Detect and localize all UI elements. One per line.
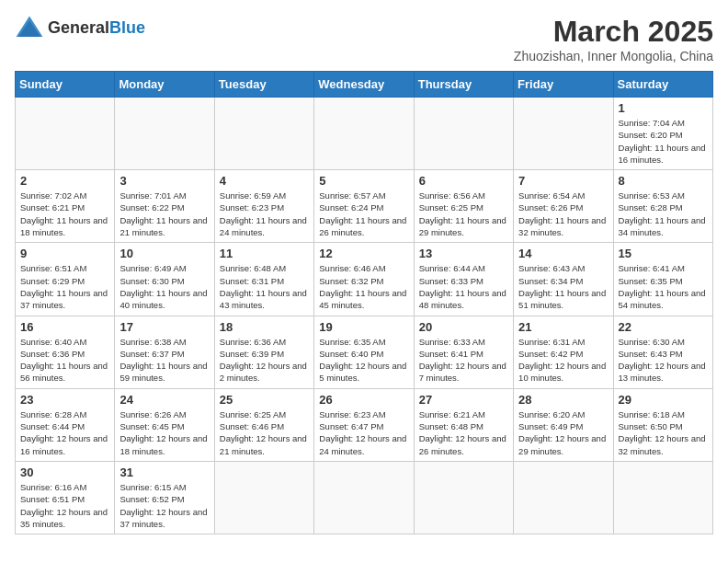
day-info: Sunrise: 7:02 AM Sunset: 6:21 PM Dayligh… <box>20 190 109 238</box>
calendar-week-6: 30Sunrise: 6:16 AM Sunset: 6:51 PM Dayli… <box>16 461 713 534</box>
calendar-cell: 28Sunrise: 6:20 AM Sunset: 6:49 PM Dayli… <box>514 388 613 461</box>
calendar-cell: 3Sunrise: 7:01 AM Sunset: 6:22 PM Daylig… <box>115 170 214 243</box>
day-info: Sunrise: 6:38 AM Sunset: 6:37 PM Dayligh… <box>119 336 209 385</box>
weekday-header-wednesday: Wednesday <box>314 72 414 98</box>
day-number: 23 <box>20 393 109 407</box>
title-area: March 2025 Zhuozishan, Inner Mongolia, C… <box>514 15 713 63</box>
calendar-cell <box>414 98 513 170</box>
calendar-title: March 2025 <box>514 15 713 49</box>
day-number: 13 <box>419 247 508 260</box>
calendar-week-5: 23Sunrise: 6:28 AM Sunset: 6:44 PM Dayli… <box>16 388 713 461</box>
calendar-cell: 16Sunrise: 6:40 AM Sunset: 6:36 PM Dayli… <box>16 316 115 388</box>
day-number: 8 <box>619 174 708 188</box>
day-info: Sunrise: 6:40 AM Sunset: 6:36 PM Dayligh… <box>20 336 109 385</box>
calendar-cell: 7Sunrise: 6:54 AM Sunset: 6:26 PM Daylig… <box>514 170 613 243</box>
calendar-cell <box>414 461 513 534</box>
day-info: Sunrise: 6:57 AM Sunset: 6:24 PM Dayligh… <box>319 190 408 238</box>
calendar-subtitle: Zhuozishan, Inner Mongolia, China <box>514 49 713 63</box>
calendar-cell: 10Sunrise: 6:49 AM Sunset: 6:30 PM Dayli… <box>115 243 214 316</box>
calendar-week-4: 16Sunrise: 6:40 AM Sunset: 6:36 PM Dayli… <box>16 316 713 388</box>
day-info: Sunrise: 6:28 AM Sunset: 6:44 PM Dayligh… <box>20 408 109 457</box>
day-number: 11 <box>220 247 309 260</box>
weekday-header-sunday: Sunday <box>16 72 115 98</box>
day-info: Sunrise: 6:23 AM Sunset: 6:47 PM Dayligh… <box>319 408 408 457</box>
calendar-table: SundayMondayTuesdayWednesdayThursdayFrid… <box>15 71 713 534</box>
calendar-week-1: 1Sunrise: 7:04 AM Sunset: 6:20 PM Daylig… <box>16 98 713 170</box>
logo: GeneralBlue <box>15 15 145 40</box>
day-number: 20 <box>419 320 508 334</box>
day-number: 7 <box>518 174 608 188</box>
day-info: Sunrise: 6:18 AM Sunset: 6:50 PM Dayligh… <box>619 408 708 457</box>
day-info: Sunrise: 6:16 AM Sunset: 6:51 PM Dayligh… <box>20 481 109 530</box>
calendar-body: 1Sunrise: 7:04 AM Sunset: 6:20 PM Daylig… <box>16 98 713 534</box>
calendar-cell: 25Sunrise: 6:25 AM Sunset: 6:46 PM Dayli… <box>214 388 313 461</box>
calendar-cell <box>115 98 214 170</box>
calendar-cell: 18Sunrise: 6:36 AM Sunset: 6:39 PM Dayli… <box>214 316 313 388</box>
day-info: Sunrise: 6:25 AM Sunset: 6:46 PM Dayligh… <box>220 408 309 457</box>
calendar-cell: 21Sunrise: 6:31 AM Sunset: 6:42 PM Dayli… <box>514 316 613 388</box>
calendar-cell: 9Sunrise: 6:51 AM Sunset: 6:29 PM Daylig… <box>16 243 115 316</box>
weekday-row: SundayMondayTuesdayWednesdayThursdayFrid… <box>16 72 713 98</box>
calendar-cell: 1Sunrise: 7:04 AM Sunset: 6:20 PM Daylig… <box>613 98 712 170</box>
weekday-header-tuesday: Tuesday <box>214 72 313 98</box>
day-number: 29 <box>619 393 708 407</box>
calendar-cell <box>314 98 414 170</box>
calendar-cell: 5Sunrise: 6:57 AM Sunset: 6:24 PM Daylig… <box>314 170 414 243</box>
day-number: 28 <box>518 393 608 407</box>
weekday-header-saturday: Saturday <box>613 72 712 98</box>
day-info: Sunrise: 6:46 AM Sunset: 6:32 PM Dayligh… <box>319 262 408 311</box>
calendar-cell: 29Sunrise: 6:18 AM Sunset: 6:50 PM Dayli… <box>613 388 712 461</box>
logo-label: GeneralBlue <box>48 18 145 38</box>
calendar-cell: 26Sunrise: 6:23 AM Sunset: 6:47 PM Dayli… <box>314 388 414 461</box>
day-number: 25 <box>220 393 309 407</box>
calendar-cell: 13Sunrise: 6:44 AM Sunset: 6:33 PM Dayli… <box>414 243 513 316</box>
calendar-cell: 27Sunrise: 6:21 AM Sunset: 6:48 PM Dayli… <box>414 388 513 461</box>
day-info: Sunrise: 7:01 AM Sunset: 6:22 PM Dayligh… <box>119 190 209 238</box>
calendar-cell: 8Sunrise: 6:53 AM Sunset: 6:28 PM Daylig… <box>613 170 712 243</box>
day-number: 12 <box>319 247 408 260</box>
day-number: 2 <box>20 174 109 188</box>
day-number: 14 <box>518 247 608 260</box>
calendar-cell: 24Sunrise: 6:26 AM Sunset: 6:45 PM Dayli… <box>115 388 214 461</box>
calendar-cell: 2Sunrise: 7:02 AM Sunset: 6:21 PM Daylig… <box>16 170 115 243</box>
day-number: 31 <box>119 465 209 479</box>
calendar-week-2: 2Sunrise: 7:02 AM Sunset: 6:21 PM Daylig… <box>16 170 713 243</box>
calendar-header: SundayMondayTuesdayWednesdayThursdayFrid… <box>16 72 713 98</box>
day-number: 15 <box>619 247 708 260</box>
calendar-cell: 6Sunrise: 6:56 AM Sunset: 6:25 PM Daylig… <box>414 170 513 243</box>
calendar-cell: 31Sunrise: 6:15 AM Sunset: 6:52 PM Dayli… <box>115 461 214 534</box>
day-number: 27 <box>419 393 508 407</box>
day-number: 26 <box>319 393 408 407</box>
day-info: Sunrise: 6:43 AM Sunset: 6:34 PM Dayligh… <box>518 262 608 311</box>
logo-svg <box>15 15 44 40</box>
day-number: 4 <box>220 174 309 188</box>
day-number: 6 <box>419 174 508 188</box>
day-number: 3 <box>119 174 209 188</box>
day-info: Sunrise: 6:15 AM Sunset: 6:52 PM Dayligh… <box>119 481 209 530</box>
calendar-cell: 19Sunrise: 6:35 AM Sunset: 6:40 PM Dayli… <box>314 316 414 388</box>
calendar-cell: 15Sunrise: 6:41 AM Sunset: 6:35 PM Dayli… <box>613 243 712 316</box>
day-number: 21 <box>518 320 608 334</box>
day-info: Sunrise: 7:04 AM Sunset: 6:20 PM Dayligh… <box>619 117 708 166</box>
day-info: Sunrise: 6:20 AM Sunset: 6:49 PM Dayligh… <box>518 408 608 457</box>
day-info: Sunrise: 6:31 AM Sunset: 6:42 PM Dayligh… <box>518 336 608 385</box>
day-info: Sunrise: 6:48 AM Sunset: 6:31 PM Dayligh… <box>220 262 309 311</box>
calendar-cell: 12Sunrise: 6:46 AM Sunset: 6:32 PM Dayli… <box>314 243 414 316</box>
calendar-cell: 14Sunrise: 6:43 AM Sunset: 6:34 PM Dayli… <box>514 243 613 316</box>
day-number: 16 <box>20 320 109 334</box>
day-info: Sunrise: 6:44 AM Sunset: 6:33 PM Dayligh… <box>419 262 508 311</box>
day-info: Sunrise: 6:35 AM Sunset: 6:40 PM Dayligh… <box>319 336 408 385</box>
day-info: Sunrise: 6:33 AM Sunset: 6:41 PM Dayligh… <box>419 336 508 385</box>
calendar-cell: 17Sunrise: 6:38 AM Sunset: 6:37 PM Dayli… <box>115 316 214 388</box>
day-info: Sunrise: 6:54 AM Sunset: 6:26 PM Dayligh… <box>518 190 608 238</box>
header: GeneralBlue March 2025 Zhuozishan, Inner… <box>15 15 713 63</box>
calendar-cell <box>214 461 313 534</box>
day-number: 5 <box>319 174 408 188</box>
day-info: Sunrise: 6:41 AM Sunset: 6:35 PM Dayligh… <box>619 262 708 311</box>
calendar-cell: 30Sunrise: 6:16 AM Sunset: 6:51 PM Dayli… <box>16 461 115 534</box>
day-info: Sunrise: 6:59 AM Sunset: 6:23 PM Dayligh… <box>220 190 309 238</box>
day-number: 30 <box>20 465 109 479</box>
calendar-cell: 4Sunrise: 6:59 AM Sunset: 6:23 PM Daylig… <box>214 170 313 243</box>
weekday-header-friday: Friday <box>514 72 613 98</box>
calendar-cell <box>514 461 613 534</box>
